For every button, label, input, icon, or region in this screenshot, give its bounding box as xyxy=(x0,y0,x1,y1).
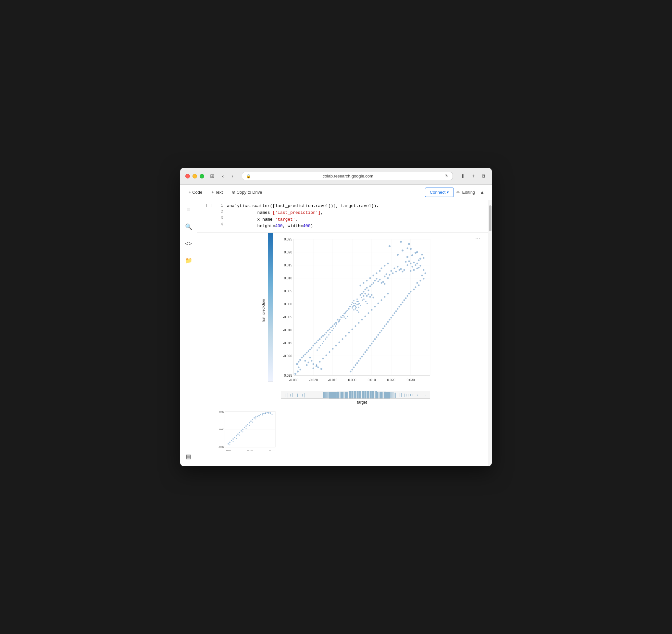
code-content[interactable]: analytics.scatter([last_prediction.ravel… xyxy=(227,203,483,230)
svg-rect-355 xyxy=(404,394,405,397)
menu-icon-button[interactable]: ≡ xyxy=(183,204,194,216)
connect-button[interactable]: Connect ▾ xyxy=(425,188,454,197)
svg-point-227 xyxy=(374,306,376,308)
svg-point-381 xyxy=(246,425,247,427)
svg-point-131 xyxy=(321,337,322,338)
svg-point-150 xyxy=(312,363,314,365)
svg-point-401 xyxy=(242,432,244,433)
svg-point-383 xyxy=(249,422,250,423)
add-code-button[interactable]: + Code xyxy=(185,188,206,197)
copy-to-drive-button[interactable]: ⊙ Copy to Drive xyxy=(229,188,265,197)
svg-point-257 xyxy=(355,307,357,308)
svg-point-241 xyxy=(329,351,330,353)
svg-point-225 xyxy=(381,299,383,301)
svg-rect-290 xyxy=(302,394,303,396)
maximize-button[interactable] xyxy=(200,174,204,178)
svg-point-37 xyxy=(400,241,402,243)
forward-button[interactable]: › xyxy=(230,173,235,180)
output-area: ··· last_prediction xyxy=(197,233,488,462)
svg-point-200 xyxy=(376,337,377,338)
svg-point-219 xyxy=(298,367,300,368)
svg-point-249 xyxy=(363,298,365,300)
svg-rect-361 xyxy=(417,394,418,396)
svg-rect-295 xyxy=(326,392,327,398)
svg-point-103 xyxy=(358,307,360,308)
svg-point-184 xyxy=(402,302,403,303)
svg-point-127 xyxy=(327,330,329,332)
svg-point-228 xyxy=(371,309,373,311)
svg-point-143 xyxy=(301,357,303,359)
plot-menu-button[interactable]: ··· xyxy=(475,235,480,242)
svg-rect-303 xyxy=(334,392,335,398)
scrollbar[interactable] xyxy=(488,200,492,466)
svg-point-122 xyxy=(335,322,337,324)
svg-point-92 xyxy=(369,296,371,298)
svg-point-375 xyxy=(236,435,237,436)
svg-point-223 xyxy=(387,293,389,295)
share-icon[interactable]: ⬆ xyxy=(459,172,466,180)
back-button[interactable]: ‹ xyxy=(220,173,226,180)
svg-point-164 xyxy=(423,257,425,259)
svg-rect-358 xyxy=(410,394,411,396)
svg-rect-338 xyxy=(384,392,385,399)
svg-point-76 xyxy=(381,282,383,284)
svg-point-215 xyxy=(352,369,353,370)
svg-point-178 xyxy=(413,289,415,290)
svg-point-402 xyxy=(246,428,247,429)
svg-point-278 xyxy=(320,345,321,346)
minimize-button[interactable] xyxy=(192,174,197,178)
add-text-button[interactable]: + Text xyxy=(208,188,226,197)
svg-text:0.020: 0.020 xyxy=(284,250,292,254)
svg-point-179 xyxy=(410,291,412,293)
code-icon-button[interactable]: <> xyxy=(183,238,194,249)
collapse-toolbar-button[interactable]: ▲ xyxy=(478,189,487,196)
sidebar-toggle-icon[interactable]: ⊞ xyxy=(208,172,216,180)
search-icon-button[interactable]: 🔍 xyxy=(183,221,194,233)
address-bar[interactable]: 🔒 colab.research.google.com ↻ xyxy=(242,172,453,180)
svg-point-385 xyxy=(252,419,253,420)
left-sidebar: ≡ 🔍 <> 📁 ▤ xyxy=(180,200,197,466)
svg-rect-331 xyxy=(375,391,376,399)
svg-point-379 xyxy=(242,429,244,430)
svg-point-212 xyxy=(356,362,358,364)
code-cell[interactable]: [ ] 1 2 3 4 analytics.scatter([last_pred… xyxy=(197,200,488,233)
svg-point-229 xyxy=(368,313,369,314)
svg-point-400 xyxy=(239,435,240,436)
svg-point-90 xyxy=(366,295,368,297)
svg-rect-284 xyxy=(287,393,288,397)
svg-point-169 xyxy=(420,265,421,267)
svg-point-58 xyxy=(410,270,412,272)
files-icon-button[interactable]: 📁 xyxy=(183,255,194,266)
brush-strip[interactable] xyxy=(281,391,430,399)
title-bar: ⊞ ‹ › 🔒 colab.research.google.com ↻ ⬆ ＋ … xyxy=(180,168,492,185)
svg-point-242 xyxy=(326,355,327,356)
svg-point-149 xyxy=(306,364,308,366)
svg-point-81 xyxy=(369,286,371,287)
notebook-content[interactable]: [ ] 1 2 3 4 analytics.scatter([last_pred… xyxy=(197,200,488,466)
svg-rect-341 xyxy=(387,392,388,398)
svg-point-52 xyxy=(415,264,417,266)
main-plot-container: ··· last_prediction xyxy=(215,233,483,405)
svg-point-48 xyxy=(405,261,407,263)
scrollbar-thumb[interactable] xyxy=(489,205,491,231)
svg-point-135 xyxy=(314,343,316,345)
terminal-icon-button[interactable]: ▤ xyxy=(183,451,194,462)
tabs-icon[interactable]: ⧉ xyxy=(481,173,487,180)
svg-text:-0.025: -0.025 xyxy=(283,374,293,377)
svg-point-174 xyxy=(420,280,421,282)
svg-point-272 xyxy=(329,332,331,333)
svg-point-392 xyxy=(263,413,264,414)
svg-rect-360 xyxy=(415,394,415,396)
svg-point-183 xyxy=(403,299,405,301)
svg-point-237 xyxy=(342,338,344,340)
svg-point-388 xyxy=(257,416,258,417)
close-button[interactable] xyxy=(185,174,190,178)
svg-point-192 xyxy=(389,319,391,321)
svg-point-126 xyxy=(329,329,330,330)
svg-rect-329 xyxy=(371,391,373,399)
new-tab-icon[interactable]: ＋ xyxy=(469,172,477,180)
mini-chart-svg: 0.02 0.00 -0.02 -0.02 0.00 0.02 xyxy=(215,410,280,455)
svg-rect-336 xyxy=(381,392,382,399)
svg-point-190 xyxy=(392,315,394,316)
svg-point-394 xyxy=(267,412,268,413)
